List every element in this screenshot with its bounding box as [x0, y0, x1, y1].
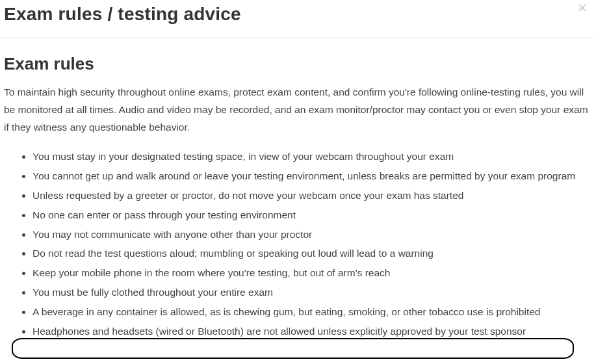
intro-paragraph: To maintain high security throughout onl… — [4, 83, 592, 136]
section-heading: Exam rules — [4, 54, 592, 74]
highlight-annotation — [12, 338, 574, 359]
list-item: You must be fully clothed throughout you… — [32, 285, 592, 301]
modal-header: Exam rules / testing advice × — [0, 0, 596, 38]
list-item: You must stay in your designated testing… — [32, 149, 592, 165]
close-icon[interactable]: × — [578, 0, 587, 16]
list-item: No one can enter or pass through your te… — [32, 207, 592, 224]
content-area: Exam rules To maintain high security thr… — [0, 38, 596, 339]
list-item: Keep your mobile phone in the room where… — [32, 265, 592, 281]
list-item: Do not read the test questions aloud; mu… — [32, 246, 592, 262]
list-item: You cannot get up and walk around or lea… — [32, 168, 592, 185]
list-item: A beverage in any container is allowed, … — [32, 304, 592, 320]
list-item: Unless requested by a greeter or proctor… — [32, 188, 592, 204]
list-item: Headphones and headsets (wired or Blueto… — [32, 324, 592, 340]
rules-list: You must stay in your designated testing… — [4, 149, 592, 339]
page-title: Exam rules / testing advice — [4, 4, 592, 25]
list-item: You may not communicate with anyone othe… — [32, 227, 592, 243]
